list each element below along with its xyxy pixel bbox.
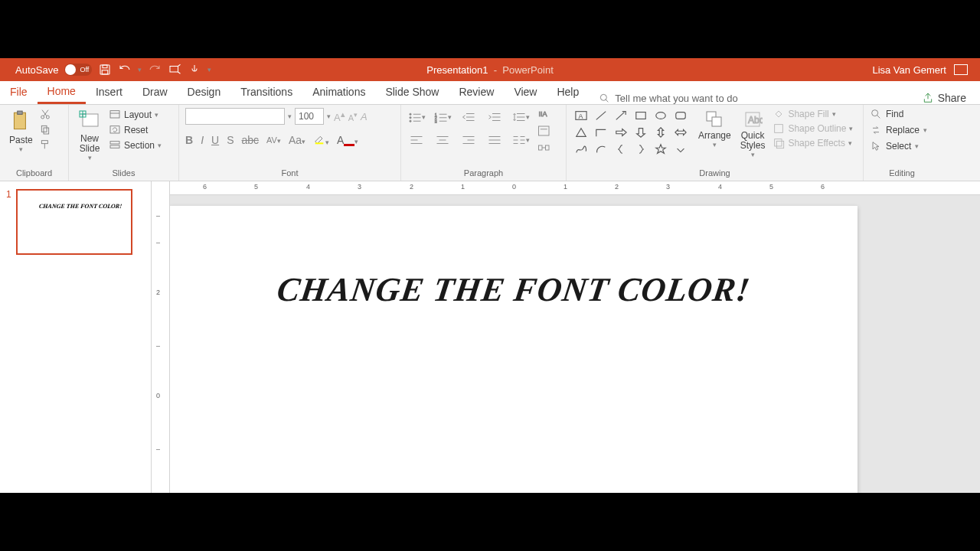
svg-text:Abc: Abc <box>748 115 763 126</box>
arrange-button[interactable]: Arrange▾ <box>695 108 734 150</box>
svg-rect-69 <box>636 112 645 119</box>
reset-button[interactable]: Reset <box>107 123 163 137</box>
svg-rect-78 <box>777 141 784 148</box>
tab-view[interactable]: View <box>504 80 547 104</box>
tab-draw[interactable]: Draw <box>132 80 178 104</box>
group-paragraph: ▾ 123▾ ▾ ▾ IIA Paragraph <box>401 105 567 181</box>
increase-font-icon[interactable]: A▴ <box>334 109 345 123</box>
smartart-icon[interactable] <box>537 142 551 154</box>
change-case-button[interactable]: Aa▾ <box>289 134 305 146</box>
start-from-beginning-icon[interactable] <box>168 63 181 77</box>
shadow-button[interactable]: S <box>227 134 234 146</box>
tab-review[interactable]: Review <box>449 80 504 104</box>
align-right-button[interactable] <box>459 131 478 149</box>
slide-canvas[interactable]: CHANGE THE FONT COLOR! <box>170 206 858 493</box>
cut-icon[interactable] <box>39 108 51 120</box>
shape-outline-button[interactable]: Shape Outline▾ <box>773 122 853 135</box>
rectangle-icon <box>634 109 648 122</box>
shape-fill-button[interactable]: Shape Fill▾ <box>773 108 853 120</box>
save-icon[interactable] <box>98 63 112 77</box>
tab-design[interactable]: Design <box>178 80 231 104</box>
increase-indent-button[interactable] <box>485 108 504 126</box>
slide-thumbnail-1[interactable]: CHANGE THE FONT COLOR! <box>16 189 132 255</box>
arrange-icon <box>704 109 724 129</box>
replace-button[interactable]: Replace▾ <box>870 124 927 136</box>
bullets-button[interactable]: ▾ <box>407 108 426 126</box>
align-left-button[interactable] <box>407 131 426 149</box>
reset-icon <box>109 124 121 136</box>
bold-button[interactable]: B <box>185 134 193 146</box>
qat-customize-dropdown[interactable]: ▾ <box>207 66 211 73</box>
clear-formatting-icon[interactable]: A <box>361 111 368 122</box>
slide-title-text[interactable]: CHANGE THE FONT COLOR! <box>275 270 753 309</box>
undo-dropdown[interactable]: ▾ <box>138 66 142 73</box>
redo-icon[interactable] <box>148 63 162 77</box>
decrease-indent-button[interactable] <box>459 108 478 126</box>
format-painter-icon[interactable] <box>39 139 51 151</box>
select-button[interactable]: Select▾ <box>870 140 927 152</box>
canvas-wrap: 6 5 4 3 2 1 0 1 2 3 4 5 6 CHANGE THE FON… <box>170 181 980 493</box>
italic-button[interactable]: I <box>201 134 204 146</box>
undo-icon[interactable] <box>118 63 132 77</box>
shapes-gallery[interactable]: A <box>573 108 689 157</box>
group-label-drawing: Drawing <box>573 167 857 179</box>
group-drawing: A <box>567 105 864 181</box>
numbering-button[interactable]: 123▾ <box>433 108 452 126</box>
align-text-icon[interactable] <box>537 125 551 137</box>
decrease-font-icon[interactable]: A▾ <box>348 110 358 122</box>
svg-point-24 <box>409 120 410 122</box>
autosave-label: AutoSave <box>15 64 58 76</box>
tab-slide-show[interactable]: Slide Show <box>375 80 449 104</box>
group-label-font: Font <box>185 167 394 179</box>
tab-transitions[interactable]: Transitions <box>230 80 302 104</box>
text-direction-icon[interactable]: IIA <box>537 108 551 120</box>
find-button[interactable]: Find <box>870 108 927 120</box>
shape-effects-button[interactable]: Shape Effects▾ <box>773 137 853 149</box>
justify-button[interactable] <box>485 131 504 149</box>
right-brace-icon <box>634 143 648 155</box>
tell-me-search[interactable]: Tell me what you want to do <box>598 92 737 104</box>
quick-access-toolbar: AutoSave Off ▾ ▾ <box>0 63 211 77</box>
line-spacing-button[interactable]: ▾ <box>511 108 530 126</box>
workspace: 1 CHANGE THE FONT COLOR! – – 2 – 0 – 6 5… <box>0 181 980 493</box>
character-spacing-button[interactable]: AV▾ <box>266 135 281 145</box>
vertical-ruler: – – 2 – 0 – <box>152 181 170 493</box>
slide-canvas-area[interactable]: CHANGE THE FONT COLOR! <box>170 195 980 493</box>
svg-rect-73 <box>712 117 721 126</box>
layout-button[interactable]: Layout▾ <box>107 108 163 122</box>
new-slide-icon <box>78 109 101 132</box>
arrow-leftright-icon <box>674 126 688 139</box>
columns-button[interactable]: ▾ <box>511 131 530 149</box>
new-slide-button[interactable]: New Slide ▾ <box>75 108 104 163</box>
tab-animations[interactable]: Animations <box>302 80 375 104</box>
paste-button[interactable]: Paste ▾ <box>6 108 36 155</box>
font-name-input[interactable] <box>185 108 285 125</box>
svg-rect-17 <box>110 142 119 144</box>
tab-insert[interactable]: Insert <box>86 80 132 104</box>
svg-text:3: 3 <box>434 119 436 124</box>
align-center-button[interactable] <box>433 131 452 149</box>
window-title: Presentation1 - PowerPoint <box>426 64 554 76</box>
arc-icon <box>594 143 608 155</box>
font-color-button[interactable]: A▾ <box>337 134 358 146</box>
user-name[interactable]: Lisa Van Gemert <box>872 64 946 76</box>
powerpoint-window: AutoSave Off ▾ ▾ Presentation1 - PowerPo… <box>0 58 980 493</box>
select-icon <box>870 140 882 152</box>
svg-point-20 <box>409 113 410 115</box>
font-size-input[interactable] <box>295 108 324 125</box>
quick-styles-button[interactable]: Abc Quick Styles▾ <box>737 108 769 160</box>
arrow-down-icon <box>634 126 648 139</box>
copy-icon[interactable] <box>39 123 51 135</box>
tab-help[interactable]: Help <box>547 80 589 104</box>
strikethrough-button[interactable]: abc <box>241 134 259 146</box>
section-button[interactable]: Section▾ <box>107 139 163 152</box>
tab-file[interactable]: File <box>0 80 38 104</box>
share-button[interactable]: Share <box>916 92 972 104</box>
tab-home[interactable]: Home <box>38 80 86 104</box>
ribbon: Paste ▾ Clipboard New Slide ▾ <box>0 105 980 181</box>
highlight-button[interactable]: ▾ <box>313 132 329 147</box>
touch-mode-icon[interactable] <box>188 63 201 77</box>
underline-button[interactable]: U <box>211 134 219 146</box>
ribbon-display-icon[interactable] <box>954 64 968 75</box>
autosave-toggle[interactable]: Off <box>64 64 92 76</box>
